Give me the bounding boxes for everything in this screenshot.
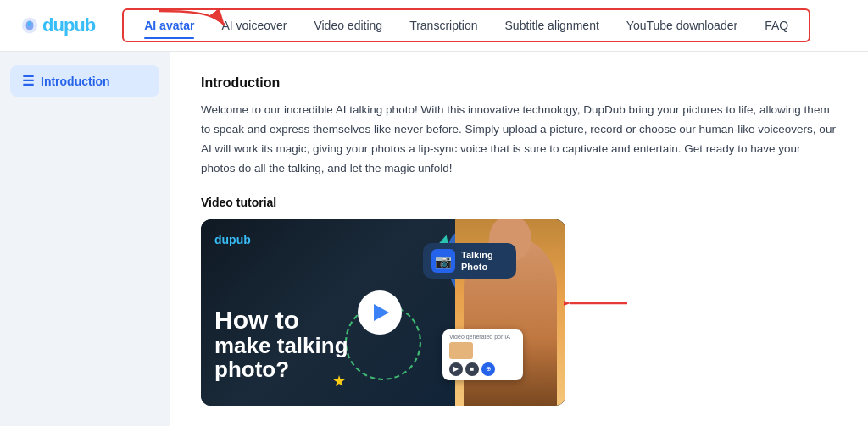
video-wrapper: ★ ★ dupub How to make talking <box>201 219 565 406</box>
video-make-text: make talking <box>214 334 348 358</box>
sidebar-item-introduction[interactable]: ☰ Introduction <box>10 65 159 97</box>
talking-card-icon: 📷 <box>431 249 455 273</box>
logo-text: dupub <box>42 14 95 36</box>
sidebar-item-icon: ☰ <box>22 73 34 89</box>
nav-bar: AI avatar AI voiceover Video editing Tra… <box>122 8 810 42</box>
nav-item-ai-voiceover[interactable]: AI voiceover <box>209 14 298 37</box>
vgc-label: Video generated por IA <box>449 334 516 340</box>
vgc-thumbnail <box>449 342 473 359</box>
content-title: Introduction <box>201 75 837 91</box>
nav-item-video-editing[interactable]: Video editing <box>302 14 394 37</box>
vgc-btn-2[interactable]: ■ <box>465 362 479 376</box>
nav-item-ai-avatar[interactable]: AI avatar <box>132 14 206 37</box>
logo-icon <box>20 16 39 35</box>
nav-item-subtitle-alignment[interactable]: Subtitle alignment <box>493 14 611 37</box>
logo[interactable]: dupub <box>20 14 95 36</box>
video-photo-text: photo? <box>214 357 348 382</box>
video-thumbnail[interactable]: ★ ★ dupub How to make talking <box>201 219 565 406</box>
vgc-btn-3[interactable]: ⊕ <box>481 362 495 376</box>
video-arrow-annotation <box>564 282 632 324</box>
video-label: Video tutorial <box>201 196 837 209</box>
play-triangle-icon <box>374 304 389 321</box>
content-area: Introduction Welcome to our incredible A… <box>170 52 868 426</box>
main-layout: ☰ Introduction Introduction Welcome to o… <box>0 52 868 426</box>
content-body: Welcome to our incredible AI talking pho… <box>201 101 837 179</box>
video-gen-card: Video generated por IA ▶ ■ ⊕ <box>442 329 523 380</box>
vgc-row <box>449 342 516 359</box>
vgc-controls: ▶ ■ ⊕ <box>449 362 516 376</box>
video-how-text: How to <box>214 306 348 334</box>
talking-card-label: Talking Photo <box>461 249 493 274</box>
vgc-btn-1[interactable]: ▶ <box>449 362 463 376</box>
video-text-overlay: How to make talking photo? <box>214 306 348 382</box>
sidebar: ☰ Introduction <box>0 52 170 426</box>
talking-photo-card: 📷 Talking Photo <box>423 243 516 279</box>
nav-item-transcription[interactable]: Transcription <box>398 14 489 37</box>
video-logo: dupub <box>214 233 251 246</box>
play-button[interactable] <box>358 290 402 335</box>
header: dupub AI avatar AI voiceover Video editi… <box>0 0 868 52</box>
nav-item-faq[interactable]: FAQ <box>753 14 800 37</box>
nav-item-youtube-downloader[interactable]: YouTube downloader <box>615 14 749 37</box>
sidebar-item-label: Introduction <box>41 75 110 88</box>
